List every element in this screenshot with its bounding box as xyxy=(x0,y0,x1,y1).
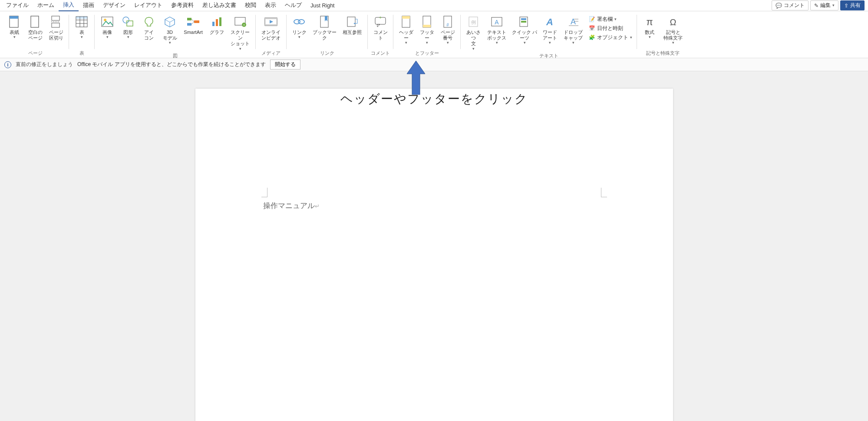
wordart-button[interactable]: A ワード アート ▾ xyxy=(540,14,560,46)
comment-button[interactable]: + コメント xyxy=(370,14,390,42)
tab-file[interactable]: ファイル xyxy=(2,0,33,11)
table-icon xyxy=(75,15,89,29)
svg-rect-53 xyxy=(521,18,526,20)
footer-button[interactable]: フッター ▾ xyxy=(417,14,437,46)
header-button[interactable]: ヘッダー ▾ xyxy=(396,14,416,46)
link-button[interactable]: リンク ▾ xyxy=(289,14,309,40)
chevron-down-icon: ▾ xyxy=(239,47,241,51)
cube-icon xyxy=(163,15,177,29)
tab-references[interactable]: 参考資料 xyxy=(167,0,198,11)
svg-rect-23 xyxy=(212,22,215,26)
svg-text:Ω: Ω xyxy=(670,17,677,27)
svg-line-21 xyxy=(191,19,194,22)
page-break-button[interactable]: ページ 区切り xyxy=(46,14,66,42)
signature-icon: 📝 xyxy=(588,16,595,23)
svg-rect-11 xyxy=(76,17,87,19)
group-illustrations: 画像 ▾ 図形 ▾ アイ コン 3D モデル xyxy=(95,12,255,58)
tab-draw[interactable]: 描画 xyxy=(79,0,99,11)
tab-design[interactable]: デザイン xyxy=(99,0,130,11)
svg-line-22 xyxy=(191,22,194,24)
share-button[interactable]: ⇪ 共有 xyxy=(840,0,865,10)
online-video-button[interactable]: オンライ ンビデオ xyxy=(258,14,284,42)
icons-button[interactable]: アイ コン xyxy=(139,14,159,42)
svg-rect-15 xyxy=(127,21,133,26)
tab-mailings[interactable]: 差し込み文書 xyxy=(198,0,241,11)
group-pages-items: 表紙 ▾ 空白の ページ ページ 区切り xyxy=(4,12,66,49)
footer-label: フッター xyxy=(418,30,436,41)
blank-page-label: 空白の ページ xyxy=(28,30,43,41)
editing-button[interactable]: ✎ 編集 ▾ xyxy=(810,0,838,10)
svg-marker-38 xyxy=(353,23,355,24)
svg-rect-18 xyxy=(187,18,191,20)
arrow-annotation xyxy=(407,61,425,95)
info-body: Office モバイル アプリを使用すると、どこからでも作業を続けることができま… xyxy=(77,61,266,68)
tab-view[interactable]: 表示 xyxy=(261,0,281,11)
group-text: 例 あいさつ 文 ▾ A テキスト ボックス ▾ クイック パーツ ▾ xyxy=(461,12,637,58)
svg-text:+: + xyxy=(379,16,382,20)
cover-page-button[interactable]: 表紙 ▾ xyxy=(4,14,24,40)
textbox-button[interactable]: A テキスト ボックス ▾ xyxy=(484,14,509,46)
bookmark-button[interactable]: ブックマーク xyxy=(310,14,339,42)
equation-button[interactable]: π 数式 ▾ xyxy=(640,14,660,40)
blank-page-button[interactable]: 空白の ページ xyxy=(25,14,45,42)
group-links: リンク ▾ ブックマーク 相互参照 リンク xyxy=(287,12,367,58)
object-button[interactable]: 🧩 オブジェクト ▾ xyxy=(587,33,634,42)
page-break-icon xyxy=(49,15,63,29)
cross-reference-label: 相互参照 xyxy=(343,30,362,35)
greeting-button[interactable]: 例 あいさつ 文 ▾ xyxy=(463,14,483,52)
svg-rect-24 xyxy=(216,19,218,26)
shapes-button[interactable]: 図形 ▾ xyxy=(118,14,138,40)
3d-models-button[interactable]: 3D モデル ▾ xyxy=(160,14,180,46)
group-tables: 表 ▾ 表 xyxy=(69,12,94,58)
textbox-label: テキスト ボックス xyxy=(487,30,506,41)
group-symbols-label: 記号と特殊文字 xyxy=(646,49,680,58)
svg-marker-36 xyxy=(325,16,327,21)
start-button[interactable]: 開始する xyxy=(270,60,300,70)
pencil-icon: ✎ xyxy=(814,3,818,9)
svg-text:#: # xyxy=(446,23,449,27)
symbol-button[interactable]: Ω 記号と 特殊文字 ▾ xyxy=(660,14,686,46)
tab-justright[interactable]: Just Right xyxy=(306,1,339,10)
chevron-down-icon: ▾ xyxy=(832,3,835,7)
chevron-down-icon: ▾ xyxy=(614,17,617,21)
svg-rect-32 xyxy=(265,24,277,26)
screenshot-icon: + xyxy=(233,15,247,29)
quickparts-button[interactable]: クイック パーツ ▾ xyxy=(510,14,539,46)
tab-layout[interactable]: レイアウト xyxy=(130,0,167,11)
chevron-down-icon: ▾ xyxy=(672,41,674,45)
tab-help[interactable]: ヘルプ xyxy=(281,0,306,11)
smartart-icon xyxy=(186,15,200,29)
greeting-label: あいさつ 文 xyxy=(464,30,482,47)
icons-label: アイ コン xyxy=(144,30,154,41)
dropcap-label: ドロップ キャップ xyxy=(564,30,583,41)
chart-icon xyxy=(210,15,224,29)
table-button[interactable]: 表 ▾ xyxy=(72,14,92,40)
dropcap-button[interactable]: A ドロップ キャップ ▾ xyxy=(561,14,586,46)
text-mini-list: 📝 署名欄 ▾ 📅 日付と時刻 🧩 オブジェクト ▾ xyxy=(587,14,634,42)
chart-button[interactable]: グラフ xyxy=(207,14,227,36)
comments-button[interactable]: 💬 コメント xyxy=(772,0,809,10)
chart-label: グラフ xyxy=(210,30,224,35)
tab-review[interactable]: 校閲 xyxy=(241,0,261,11)
page-number-button[interactable]: # ページ 番号 ▾ xyxy=(438,14,458,46)
date-time-button[interactable]: 📅 日付と時刻 xyxy=(587,24,634,33)
tab-home[interactable]: ホーム xyxy=(33,0,59,11)
info-bar: i 直前の修正をしましょう Office モバイル アプリを使用すると、どこから… xyxy=(0,58,868,71)
calendar-icon: 📅 xyxy=(588,25,595,32)
document-canvas[interactable]: ヘッダーやフッターをクリック 操作マニュアル↵ xyxy=(0,71,868,421)
smartart-button[interactable]: SmartArt xyxy=(181,14,206,36)
tab-insert[interactable]: 挿入 xyxy=(59,0,79,11)
signature-line-button[interactable]: 📝 署名欄 ▾ xyxy=(587,15,634,23)
date-time-label: 日付と時刻 xyxy=(597,25,623,32)
screenshot-button[interactable]: + スクリーン ショット ▾ xyxy=(228,14,253,52)
page[interactable]: 操作マニュアル↵ xyxy=(195,89,673,421)
group-links-label: リンク xyxy=(320,49,334,58)
omega-icon: Ω xyxy=(666,15,680,29)
group-illustrations-label: 図 xyxy=(173,52,178,60)
document-header-text[interactable]: 操作マニュアル↵ xyxy=(263,201,320,211)
cross-reference-button[interactable]: 相互参照 xyxy=(340,14,365,36)
svg-rect-3 xyxy=(52,16,59,20)
svg-rect-1 xyxy=(10,16,18,19)
object-label: オブジェクト xyxy=(597,34,628,41)
picture-button[interactable]: 画像 ▾ xyxy=(97,14,117,40)
